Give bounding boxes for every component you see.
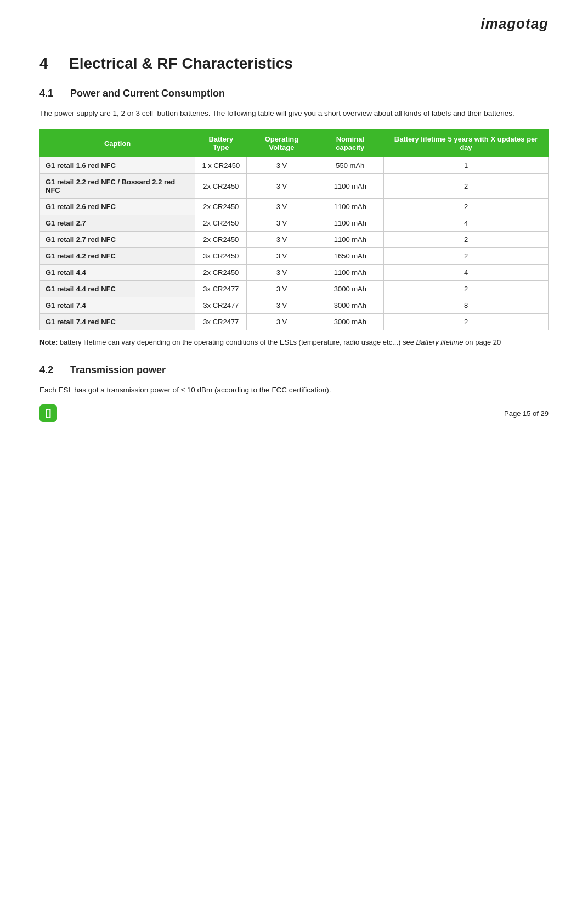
table-row: G1 retail 2.2 red NFC / Bossard 2.2 red … [40,174,549,199]
cell-lifetime: 1 [384,157,549,174]
cell-lifetime: 4 [384,215,549,232]
section42-num: 4.2 [39,364,59,376]
cell-voltage: 3 V [247,314,316,330]
header-operating-voltage: Operating Voltage [247,130,316,157]
cell-battery: 3x CR2477 [195,314,247,330]
cell-battery: 2x CR2450 [195,265,247,281]
section4-heading: 4 Electrical & RF Characteristics [39,55,549,72]
cell-capacity: 1650 mAh [316,248,384,265]
table-row: G1 retail 2.7 red NFC2x CR24503 V1100 mA… [40,232,549,248]
cell-battery: 1 x CR2450 [195,157,247,174]
note-text2: on page 20 [465,338,501,346]
table-row: G1 retail 2.72x CR24503 V1100 mAh4 [40,215,549,232]
cell-caption: G1 retail 7.4 red NFC [40,314,195,330]
cell-lifetime: 2 [384,199,549,215]
cell-caption: G1 retail 4.4 [40,265,195,281]
cell-lifetime: 2 [384,232,549,248]
section4-num: 4 [39,55,56,72]
cell-caption: G1 retail 1.6 red NFC [40,157,195,174]
section41-num: 4.1 [39,88,59,99]
header-caption: Caption [40,130,195,157]
section42: 4.2 Transmission power Each ESL has got … [39,364,549,396]
table-row: G1 retail 7.4 red NFC3x CR24773 V3000 mA… [40,314,549,330]
page-container: imagotag 4 Electrical & RF Characteristi… [0,0,588,440]
cell-voltage: 3 V [247,281,316,297]
cell-caption: G1 retail 7.4 [40,297,195,314]
table-row: G1 retail 2.6 red NFC2x CR24503 V1100 mA… [40,199,549,215]
cell-battery: 2x CR2450 [195,199,247,215]
cell-lifetime: 2 [384,174,549,199]
section42-heading: 4.2 Transmission power [39,364,549,376]
cell-battery: 3x CR2477 [195,297,247,314]
page-number: Page 15 of 29 [504,409,549,418]
cell-capacity: 1100 mAh [316,232,384,248]
cell-caption: G1 retail 2.7 red NFC [40,232,195,248]
cell-capacity: 1100 mAh [316,199,384,215]
cell-voltage: 3 V [247,248,316,265]
note-italic: Battery lifetime [416,338,463,346]
cell-lifetime: 8 [384,297,549,314]
battery-table: Caption Battery Type Operating Voltage N… [39,129,549,330]
section41-intro: The power supply are 1, 2 or 3 cell–butt… [39,108,549,119]
cell-capacity: 3000 mAh [316,297,384,314]
cell-lifetime: 4 [384,265,549,281]
header-nominal-capacity: Nominal capacity [316,130,384,157]
section41-heading: 4.1 Power and Current Consumption [39,88,549,99]
cell-caption: G1 retail 2.7 [40,215,195,232]
cell-voltage: 3 V [247,232,316,248]
table-header-row: Caption Battery Type Operating Voltage N… [40,130,549,157]
table-row: G1 retail 4.42x CR24503 V1100 mAh4 [40,265,549,281]
cell-lifetime: 2 [384,314,549,330]
table-row: G1 retail 4.2 red NFC3x CR24503 V1650 mA… [40,248,549,265]
cell-caption: G1 retail 2.2 red NFC / Bossard 2.2 red … [40,174,195,199]
cell-voltage: 3 V [247,174,316,199]
cell-lifetime: 2 [384,281,549,297]
cell-capacity: 1100 mAh [316,215,384,232]
cell-battery: 2x CR2450 [195,232,247,248]
cell-caption: G1 retail 2.6 red NFC [40,199,195,215]
cell-voltage: 3 V [247,199,316,215]
footer-bracket-icon: [] [39,404,57,422]
cell-caption: G1 retail 4.2 red NFC [40,248,195,265]
header-battery-lifetime: Battery lifetime 5 years with X updates … [384,130,549,157]
cell-battery: 2x CR2450 [195,174,247,199]
cell-voltage: 3 V [247,265,316,281]
cell-capacity: 3000 mAh [316,314,384,330]
cell-capacity: 3000 mAh [316,281,384,297]
cell-battery: 3x CR2450 [195,248,247,265]
section4-title: Electrical & RF Characteristics [69,55,293,72]
header-battery-type: Battery Type [195,130,247,157]
logo: imagotag [480,15,549,32]
cell-voltage: 3 V [247,297,316,314]
section42-title: Transmission power [70,364,166,376]
table-row: G1 retail 1.6 red NFC1 x CR24503 V550 mA… [40,157,549,174]
cell-voltage: 3 V [247,157,316,174]
cell-capacity: 1100 mAh [316,265,384,281]
cell-battery: 3x CR2477 [195,281,247,297]
note-text: battery lifetime can vary depending on t… [60,338,416,346]
note-label: Note: [39,338,58,346]
cell-voltage: 3 V [247,215,316,232]
note-paragraph: Note: battery lifetime can vary dependin… [39,337,549,348]
section42-body: Each ESL has got a transmission power of… [39,385,549,396]
cell-caption: G1 retail 4.4 red NFC [40,281,195,297]
cell-capacity: 1100 mAh [316,174,384,199]
cell-capacity: 550 mAh [316,157,384,174]
cell-lifetime: 2 [384,248,549,265]
table-row: G1 retail 4.4 red NFC3x CR24773 V3000 mA… [40,281,549,297]
table-row: G1 retail 7.43x CR24773 V3000 mAh8 [40,297,549,314]
cell-battery: 2x CR2450 [195,215,247,232]
section41-title: Power and Current Consumption [70,88,225,99]
page-footer: [] Page 15 of 29 [39,404,549,422]
